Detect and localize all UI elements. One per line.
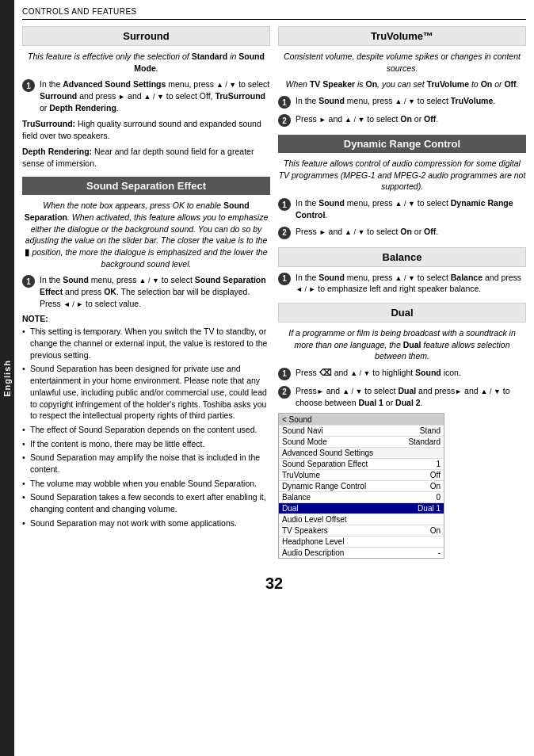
note-item: Sound Separation has been designed for p… <box>22 363 270 421</box>
step-num-drc2: 2 <box>278 227 291 239</box>
menu-label: Sound Separation Effect <box>282 460 368 468</box>
menu-label: Audio Level Offset <box>282 515 347 524</box>
right-column: TruVolume™ Consistent volume, despite vo… <box>278 26 526 567</box>
note-item: Sound Separation takes a few seconds to … <box>22 491 270 514</box>
balance-title: Balance <box>278 247 526 267</box>
page-number: 32 <box>22 575 526 593</box>
dynamic-range-section: Dynamic Range Control This feature allow… <box>278 135 526 239</box>
step-num-tv2: 2 <box>278 114 291 127</box>
menu-label: Balance <box>282 493 311 502</box>
menu-label: Sound Mode <box>282 437 327 446</box>
drc-step2-text: Press ► and ▲ / ▼ to select On or Off. <box>296 226 526 238</box>
truvolume-intro: Consistent volume, despite volume spikes… <box>278 51 526 74</box>
menu-label: Advanced Sound Settings <box>282 449 373 457</box>
menu-row-sound-navi: Sound Navi Stand <box>279 425 444 436</box>
truvolume-title: TruVolume™ <box>278 26 526 46</box>
dynamic-range-intro: This feature allows control of audio com… <box>278 158 526 193</box>
english-sidebar: English <box>0 0 14 756</box>
menu-row-sound-mode: Sound Mode Standard <box>279 436 444 447</box>
step-number-1: 1 <box>22 275 35 288</box>
menu-row-tv-speakers: TV Speakers On <box>279 525 444 536</box>
note-item: If the content is mono, there may be lit… <box>22 438 270 450</box>
menu-header: < Sound <box>279 414 444 425</box>
drc-step2: 2 Press ► and ▲ / ▼ to select On or Off. <box>278 226 526 239</box>
menu-row-headphone: Headphone Level <box>279 536 444 547</box>
step-num-tv1: 1 <box>278 96 291 109</box>
left-column: Surround This feature is effective only … <box>22 26 270 567</box>
menu-label: TruVolume <box>282 471 320 479</box>
surround-intro: This feature is effective only the selec… <box>22 51 270 74</box>
step-num-d2: 2 <box>278 386 291 399</box>
menu-value: 1 <box>436 460 441 468</box>
step-num-drc1: 1 <box>278 198 291 211</box>
menu-label: Headphone Level <box>282 537 344 546</box>
dual-step1: 1 Press ⌫ and ▲ / ▼ to highlight Sound i… <box>278 367 526 380</box>
truvolume-step2-text: Press ► and ▲ / ▼ to select On or Off. <box>296 113 526 125</box>
menu-value: Off <box>430 471 441 479</box>
sound-sep-step1-text: In the Sound menu, press ▲ / ▼ to select… <box>40 274 270 309</box>
surround-step1-text: In the Advanced Sound Settings menu, pre… <box>40 78 270 113</box>
note-list: This setting is temporary. When you swit… <box>22 326 270 529</box>
note-title: NOTE: <box>22 314 270 323</box>
menu-value: Stand <box>420 426 441 435</box>
balance-section: Balance 1 In the Sound menu, press ▲ / ▼… <box>278 247 526 295</box>
menu-label: Audio Description <box>282 548 344 557</box>
menu-label: Dual <box>282 504 299 513</box>
truvolume-section: TruVolume™ Consistent volume, despite vo… <box>278 26 526 127</box>
dual-title: Dual <box>278 303 526 323</box>
depth-rendering-def: Depth Rendering: Near and far depth soun… <box>22 146 270 169</box>
dual-intro: If a programme or film is being broadcas… <box>278 327 526 362</box>
menu-row-adv-sound: Advanced Sound Settings <box>279 447 444 458</box>
menu-value: - <box>438 548 441 557</box>
balance-step1: 1 In the Sound menu, press ▲ / ▼ to sele… <box>278 272 526 295</box>
menu-row-audio-desc: Audio Description - <box>279 547 444 558</box>
truvolume-intro2: When TV Speaker is On, you can set TruVo… <box>278 78 526 90</box>
step-number: 1 <box>22 79 35 92</box>
menu-row-drc: Dynamic Range Control On <box>279 480 444 491</box>
surround-step1: 1 In the Advanced Sound Settings menu, p… <box>22 78 270 113</box>
menu-value: On <box>430 526 441 535</box>
step-num-d1: 1 <box>278 368 291 380</box>
english-label: English <box>2 360 12 397</box>
drc-step1: 1 In the Sound menu, press ▲ / ▼ to sele… <box>278 197 526 220</box>
note-item: Sound Separation may amplify the noise t… <box>22 452 270 475</box>
dual-step2: 2 Press► and ▲ / ▼ to select Dual and pr… <box>278 385 526 408</box>
menu-value: Dual 1 <box>418 504 441 513</box>
menu-label: Dynamic Range Control <box>282 482 366 491</box>
menu-row-sep-effect: Sound Separation Effect 1 <box>279 458 444 469</box>
menu-row-truvolume: TruVolume Off <box>279 469 444 480</box>
note-item: The volume may wobble when you enable So… <box>22 478 270 490</box>
sound-separation-intro: When the note box appears, press OK to e… <box>22 200 270 269</box>
menu-row-balance: Balance 0 <box>279 491 444 502</box>
truvolume-step1: 1 In the Sound menu, press ▲ / ▼ to sele… <box>278 95 526 109</box>
menu-value: Standard <box>408 437 441 446</box>
truvolume-step1-text: In the Sound menu, press ▲ / ▼ to select… <box>296 95 526 107</box>
balance-step1-text: In the Sound menu, press ▲ / ▼ to select… <box>296 272 526 295</box>
step-num-b1: 1 <box>278 273 291 285</box>
dual-step1-text: Press ⌫ and ▲ / ▼ to highlight Sound ico… <box>296 367 526 379</box>
sound-separation-section: Sound Separation Effect When the note bo… <box>22 177 270 529</box>
menu-row-dual: Dual Dual 1 <box>279 502 444 514</box>
drc-step1-text: In the Sound menu, press ▲ / ▼ to select… <box>296 197 526 220</box>
surround-title: Surround <box>22 26 270 46</box>
dual-step2-text: Press► and ▲ / ▼ to select Dual and pres… <box>296 385 526 408</box>
note-item: The effect of Sound Separation depends o… <box>22 424 270 436</box>
menu-row-audio-offset: Audio Level Offset <box>279 514 444 525</box>
menu-header-label: < Sound <box>282 415 312 424</box>
menu-label: Sound Navi <box>282 426 323 435</box>
sound-sep-step1: 1 In the Sound menu, press ▲ / ▼ to sele… <box>22 274 270 309</box>
menu-label: TV Speakers <box>282 526 328 535</box>
sound-separation-title: Sound Separation Effect <box>22 177 270 195</box>
menu-value: On <box>430 482 441 491</box>
trusurround-def: TruSurround: High quality surround sound… <box>22 118 270 141</box>
dual-section: Dual If a programme or film is being bro… <box>278 303 526 559</box>
page-header: CONTROLS AND FEATURES <box>22 6 526 20</box>
note-item: Sound Separation may not work with some … <box>22 517 270 529</box>
breadcrumb: CONTROLS AND FEATURES <box>22 7 137 16</box>
dynamic-range-title: Dynamic Range Control <box>278 135 526 153</box>
note-item: This setting is temporary. When you swit… <box>22 326 270 361</box>
surround-section: Surround This feature is effective only … <box>22 26 270 169</box>
truvolume-step2: 2 Press ► and ▲ / ▼ to select On or Off. <box>278 113 526 127</box>
sound-menu-display: < Sound Sound Navi Stand Sound Mode Stan… <box>278 413 444 559</box>
menu-value: 0 <box>436 493 441 502</box>
